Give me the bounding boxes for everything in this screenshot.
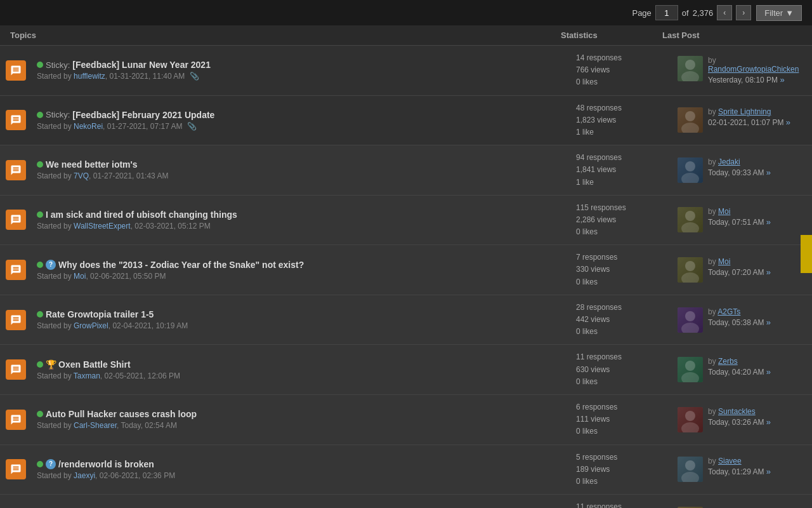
post-type-icon [6, 260, 26, 280]
response-count: 28 responses [576, 302, 667, 314]
last-user-link[interactable]: Siavee [718, 457, 742, 465]
topic-title: Sticky: [Feedback] February 2021 Update [37, 110, 566, 120]
last-post-arrow-link[interactable]: » [766, 417, 771, 427]
author-link[interactable]: Jaexyi [74, 471, 95, 480]
status-dot-icon [37, 361, 43, 368]
svg-point-13 [685, 261, 695, 271]
author-link[interactable]: hufflewitz [74, 72, 105, 81]
last-user-link[interactable]: Suntackles [718, 407, 756, 416]
table-row: Sticky: [Feedback] Lunar New Year 2021St… [0, 46, 812, 96]
last-post-timestamp: Today, 07:20 AM » [708, 267, 807, 277]
stats-col: 115 responses2,286 views0 likes [571, 196, 672, 245]
like-count: 0 likes [576, 476, 667, 488]
topic-title-link[interactable]: Why does the "2013 - Zodiac Year of the … [58, 260, 304, 270]
avatar [678, 257, 703, 283]
author-link[interactable]: GrowPixel [74, 321, 108, 330]
by-label: by Moi [708, 257, 807, 266]
last-post-arrow-link[interactable]: » [786, 117, 790, 127]
status-dot-icon [37, 262, 43, 268]
filter-button[interactable]: Filter ▼ [756, 5, 802, 21]
topic-title-link[interactable]: I am sick and tired of ubisoft changing … [46, 210, 237, 220]
stats-col: 94 responses1,841 views1 like [571, 145, 672, 195]
table-row: Sticky: [Feedback] February 2021 UpdateS… [0, 96, 812, 146]
author-link[interactable]: Carl-Shearer [74, 421, 117, 430]
table-header: Topics Statistics Last Post [0, 25, 812, 46]
attachment-icon: 📎 [187, 122, 197, 131]
row-icon-col [0, 504, 32, 508]
page-input[interactable] [655, 5, 678, 20]
last-user-link[interactable]: RandomGrowtopiaChicken [708, 65, 799, 74]
status-dot-icon [37, 211, 43, 218]
by-label: by Jedaki [708, 157, 807, 166]
topic-col: ?Why does the "2013 - Zodiac Year of the… [32, 253, 571, 287]
last-post-arrow-link[interactable]: » [766, 168, 771, 177]
last-user-link[interactable]: A2GTs [717, 307, 740, 316]
like-count: 0 likes [576, 76, 667, 88]
last-post-info: by SiaveeToday, 01:29 AM » [708, 457, 807, 476]
topic-title-link[interactable]: We need better iotm's [46, 159, 138, 170]
last-post-arrow-link[interactable]: » [766, 367, 771, 377]
topic-title-link[interactable]: Auto Pull Hacker causes crash loop [46, 409, 197, 419]
topic-title-link[interactable]: Oxen Battle Shirt [58, 359, 131, 370]
topic-title-link[interactable]: [Feedback] Lunar New Year 2021 [72, 60, 211, 70]
row-icon-col [0, 454, 32, 485]
table-row: We need better iotm'sStarted by 7VQ, 01-… [0, 145, 812, 196]
post-type-icon [6, 210, 26, 230]
response-count: 94 responses [576, 152, 667, 164]
last-user-link[interactable]: Zerbs [718, 357, 738, 366]
svg-point-1 [685, 60, 695, 70]
attachment-icon: 📎 [190, 72, 199, 81]
prev-page-button[interactable]: ‹ [717, 5, 732, 20]
post-type-icon [6, 110, 26, 130]
stats-col: 6 responses111 views0 likes [571, 395, 672, 444]
topic-col: 🏆Oxen Battle ShirtStarted by Taxman, 02-… [32, 353, 571, 387]
topic-title-link[interactable]: /renderworld is broken [58, 459, 154, 469]
author-link[interactable]: Moi [74, 272, 86, 281]
last-post-column-header: Last Post [662, 30, 802, 40]
topic-title-link[interactable]: [Feedback] February 2021 Update [72, 110, 214, 120]
last-post-timestamp: Today, 07:51 AM » [708, 217, 807, 227]
post-type-icon [6, 60, 26, 81]
last-user-link[interactable]: Moi [718, 257, 730, 266]
by-label: by Moi [708, 207, 807, 216]
last-post-col: by MoiToday, 07:20 AM » [672, 251, 812, 289]
topic-title-link[interactable]: Rate Growtopia trailer 1-5 [46, 309, 154, 319]
last-post-col: by ZerbsToday, 04:20 AM » [672, 351, 812, 389]
svg-point-25 [685, 460, 695, 471]
status-dot-icon [37, 461, 43, 467]
view-count: 330 views [576, 264, 667, 276]
topic-col: Questions Regarding Mystic Battle LanceS… [32, 502, 571, 508]
topic-title: I am sick and tired of ubisoft changing … [37, 210, 566, 220]
svg-point-22 [685, 411, 695, 421]
top-bar: Page of 2,376 ‹ › Filter ▼ [0, 0, 812, 25]
last-user-link[interactable]: Sprite Lightning [718, 107, 771, 116]
last-user-link[interactable]: Moi [718, 207, 730, 216]
last-post-arrow-link[interactable]: » [780, 75, 784, 84]
statistics-column-header: Statistics [561, 30, 662, 40]
by-label: by Sprite Lightning [708, 107, 807, 116]
avatar [678, 307, 703, 333]
author-link[interactable]: WallStreetExpert [74, 222, 131, 231]
last-post-arrow-link[interactable]: » [766, 467, 771, 476]
topic-col: Rate Growtopia trailer 1-5Started by Gro… [32, 303, 571, 337]
avatar [678, 56, 703, 81]
last-post-arrow-link[interactable]: » [766, 318, 771, 327]
row-icon-col [0, 55, 32, 86]
stats-col: 11 responses630 views0 likes [571, 345, 672, 394]
view-count: 766 views [576, 64, 667, 76]
last-post-arrow-link[interactable]: » [766, 267, 771, 277]
response-count: 5 responses [576, 451, 667, 464]
author-link[interactable]: 7VQ [74, 171, 89, 180]
table-row: ?Why does the "2013 - Zodiac Year of the… [0, 245, 812, 295]
author-link[interactable]: Taxman [74, 371, 100, 380]
topic-title: Auto Pull Hacker causes crash loop [37, 409, 566, 419]
row-icon-col [0, 305, 32, 335]
next-page-button[interactable]: › [736, 5, 751, 20]
last-user-link[interactable]: Jedaki [718, 157, 740, 166]
filter-label: Filter [764, 8, 783, 18]
author-link[interactable]: NekoRei [74, 122, 103, 131]
topic-title: ?/renderworld is broken [37, 459, 566, 469]
view-count: 630 views [576, 364, 667, 376]
last-post-arrow-link[interactable]: » [766, 217, 771, 227]
topic-col: Sticky: [Feedback] Lunar New Year 2021St… [32, 53, 571, 87]
